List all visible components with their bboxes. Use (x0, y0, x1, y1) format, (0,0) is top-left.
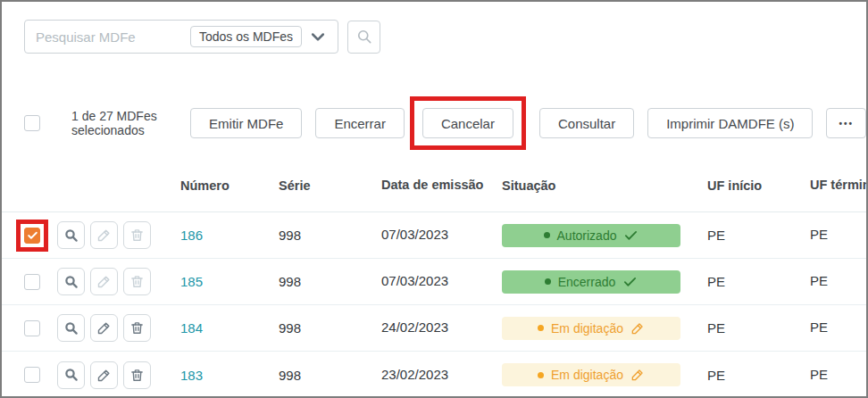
serie-cell: 998 (279, 274, 381, 289)
pencil-icon (96, 274, 112, 289)
status-label: Em digitação (551, 321, 623, 336)
uf-termino-cell: PE (810, 271, 868, 292)
select-all-checkbox[interactable] (24, 115, 40, 131)
row-checkbox[interactable] (24, 274, 40, 290)
status-label: Autorizado (557, 228, 617, 243)
status-badge: Autorizado (502, 224, 680, 247)
table-row: 185 998 07/03/2023 Encerrado PE PE (2, 259, 866, 305)
mdfe-panel: Todos os MDFes 1 de 27 MDFes selecionado… (0, 0, 868, 398)
table-row: 186 998 07/03/2023 Autorizado PE PE (2, 212, 866, 259)
serie-cell: 998 (279, 228, 381, 243)
toolbar: 1 de 27 MDFes selecionados Emitir MDFe E… (2, 96, 866, 150)
cancelar-button[interactable]: Cancelar (422, 108, 513, 138)
table-row: 183 998 23/02/2023 Em digitação PE PE (2, 352, 866, 398)
status-badge: Em digitação (502, 317, 680, 340)
row-checkbox[interactable] (24, 320, 40, 336)
view-button[interactable] (57, 268, 85, 295)
delete-button[interactable] (123, 268, 151, 295)
edit-button[interactable] (90, 268, 118, 295)
serie-cell: 998 (279, 368, 381, 383)
check-icon (623, 228, 638, 243)
filter-dropdown[interactable]: Todos os MDFes (190, 26, 302, 47)
check-icon (622, 274, 638, 289)
uf-inicio-cell: PE (707, 274, 810, 289)
search-box: Todos os MDFes (24, 20, 338, 54)
search-icon (63, 228, 79, 244)
status-dot-icon (538, 325, 544, 331)
edit-button[interactable] (90, 361, 118, 389)
check-icon (27, 229, 38, 241)
numero-link[interactable]: 184 (180, 320, 203, 336)
row-checkbox[interactable] (24, 367, 40, 383)
search-icon (63, 274, 79, 290)
emitir-mdfe-button[interactable]: Emitir MDFe (190, 108, 302, 138)
pencil-icon (96, 228, 112, 243)
view-button[interactable] (57, 361, 85, 389)
uf-inicio-cell: PE (707, 228, 810, 243)
header-data-emissao: Data de emissão (381, 176, 502, 195)
status-badge: Encerrado (502, 270, 680, 294)
search-icon (63, 320, 79, 336)
pencil-icon (96, 320, 112, 336)
delete-button[interactable] (123, 361, 151, 389)
pencil-icon (630, 321, 645, 336)
checkbox-annotation-box (16, 220, 48, 252)
row-checkbox[interactable] (24, 228, 40, 244)
imprimir-damdfe-button[interactable]: Imprimir DAMDFE (s) (647, 108, 813, 138)
cancelar-annotation-box: Cancelar (410, 96, 526, 150)
numero-link[interactable]: 185 (180, 274, 203, 289)
uf-inicio-cell: PE (707, 368, 810, 383)
header-situacao: Situação (502, 178, 707, 193)
search-button[interactable] (347, 21, 380, 54)
status-dot-icon (538, 372, 544, 378)
view-button[interactable] (57, 314, 85, 342)
mdfe-table: Número Série Data de emissão Situação UF… (2, 159, 866, 398)
status-label: Em digitação (551, 368, 623, 382)
consultar-button[interactable]: Consultar (539, 108, 634, 138)
search-icon (355, 28, 373, 46)
header-uf-inicio: UF início (707, 178, 810, 193)
uf-termino-cell: PE (810, 318, 868, 338)
delete-button[interactable] (123, 221, 151, 249)
numero-link[interactable]: 186 (180, 228, 203, 243)
trash-icon (129, 368, 145, 383)
search-icon (63, 367, 79, 383)
edit-button[interactable] (90, 314, 118, 342)
edit-button[interactable] (90, 221, 118, 249)
trash-icon (129, 320, 145, 336)
table-row: 184 998 24/02/2023 Em digitação PE PE (2, 305, 866, 352)
data-emissao-cell: 07/03/2023 (381, 271, 502, 292)
header-uf-termino: UF término (810, 176, 868, 195)
serie-cell: 998 (279, 320, 381, 336)
data-emissao-cell: 24/02/2023 (381, 318, 502, 338)
search-input[interactable] (36, 29, 190, 45)
selection-count-text: 1 de 27 MDFes selecionados (71, 109, 177, 137)
view-button[interactable] (57, 221, 85, 249)
header-numero: Número (180, 178, 279, 193)
status-dot-icon (545, 278, 551, 285)
table-header-row: Número Série Data de emissão Situação UF… (2, 159, 866, 212)
search-row: Todos os MDFes (2, 2, 866, 54)
uf-termino-cell: PE (810, 365, 868, 386)
pencil-icon (96, 368, 112, 383)
delete-button[interactable] (123, 314, 151, 342)
encerrar-button[interactable]: Encerrar (315, 108, 405, 138)
chevron-down-icon[interactable] (309, 28, 327, 46)
status-dot-icon (544, 232, 550, 238)
trash-icon (129, 274, 145, 289)
data-emissao-cell: 07/03/2023 (381, 225, 502, 245)
numero-link[interactable]: 183 (180, 368, 203, 383)
uf-termino-cell: PE (810, 225, 868, 245)
trash-icon (129, 228, 145, 243)
data-emissao-cell: 23/02/2023 (381, 365, 502, 386)
uf-inicio-cell: PE (707, 320, 810, 336)
header-serie: Série (279, 178, 381, 193)
pencil-icon (630, 368, 645, 382)
status-label: Encerrado (558, 275, 616, 289)
status-badge: Em digitação (502, 363, 680, 386)
more-options-button[interactable]: ••• (826, 108, 866, 138)
